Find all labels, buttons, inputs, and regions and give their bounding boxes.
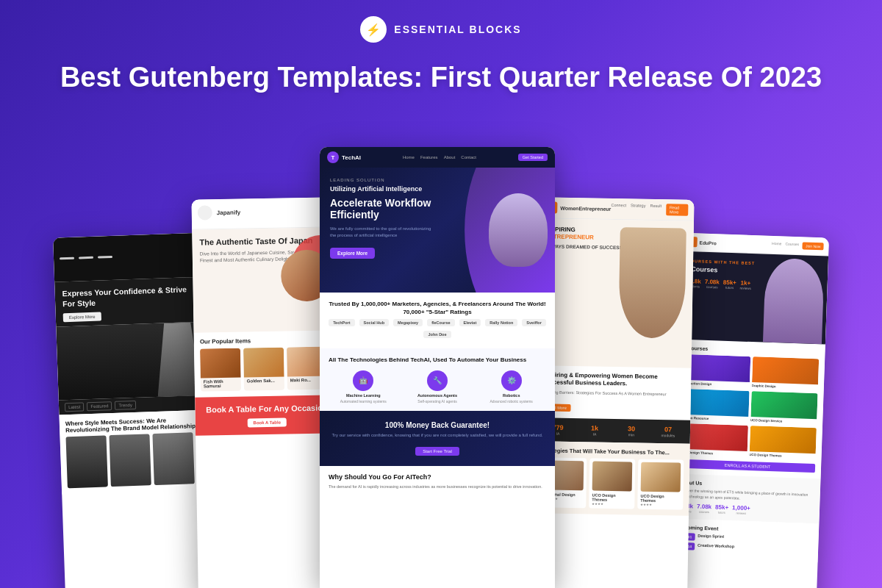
fashion-tab-featured[interactable]: Featured: [87, 401, 112, 411]
ai-tech-title: All The Technologies Behind TechAI, Used…: [329, 356, 546, 364]
japan-booking-section: Book A Table For Any Occasion Book A Tab…: [195, 395, 339, 436]
ai-hero-text: LEADING SOLUTION Utilizing Artificial In…: [330, 178, 437, 259]
ent-stat-label-video: min: [615, 432, 648, 437]
edu-nav-courses[interactable]: Courses: [785, 242, 799, 250]
ai-logo-eleviat: Eleviat: [459, 319, 481, 326]
education-template-card[interactable]: EduPro Home Courses Join Now COURSES WIT…: [670, 233, 829, 588]
fashion-title: Express Your Confidence & Strive For Sty…: [62, 284, 198, 309]
ent-strategy-img-3: [641, 462, 681, 492]
fashion-section-title: Where Style Meets Success: We Are Revolu…: [65, 416, 205, 434]
edu-nav-btn[interactable]: Join Now: [803, 242, 824, 250]
ent-nav-strategy[interactable]: Strategy: [631, 203, 646, 215]
ent-inspiring-title: Inspiring & Empowering Women Become Succ…: [542, 371, 685, 389]
ent-strategy-img-2: [592, 461, 633, 491]
edu-brand-name: EduPro: [700, 240, 717, 245]
edu-nav-home[interactable]: Home: [772, 241, 782, 248]
ai-why-section: Why Should You Go For AITech? The demand…: [320, 466, 555, 497]
japan-items-grid: Fish With Samurai Golden Sak... Maki Ro.…: [200, 346, 332, 391]
ent-nav-btn[interactable]: Read More: [666, 204, 689, 216]
entrepreneur-template-card[interactable]: WomenEntrepreneur Connect Strategy Resul…: [533, 197, 694, 588]
edu-stat-label-tutors: tutors: [723, 285, 736, 290]
ent-strategy-label-3: UCO Design Themes: [640, 493, 680, 503]
edu-course-img-3: [681, 389, 749, 417]
ai-logo-johndoe: John Doe: [423, 331, 451, 338]
ai-robot-visual: [442, 168, 555, 293]
japan-booking-btn[interactable]: Book A Table: [247, 418, 287, 428]
japan-item-label-2: Golden Sak...: [244, 377, 284, 384]
ent-inspiring-sub: Breaking Barriers: Strategies For Succes…: [542, 390, 685, 396]
templates-container: Express Your Confidence & Strive For Sty…: [0, 129, 882, 588]
edu-nav: Home Courses Join Now: [772, 241, 824, 250]
ai-money-title: 100% Money Back Guarantee!: [329, 421, 546, 429]
fashion-tab-trendy[interactable]: Trendy: [115, 401, 136, 410]
ent-hero-section: INSPIRING ENTREPRENEUR ALWAYS DREAMED OF…: [537, 218, 694, 368]
fashion-section: Where Style Meets Success: We Are Revolu…: [59, 410, 212, 495]
edu-course-label-5: UCO Design Themes: [681, 449, 747, 458]
hero-background: ⚡ ESSENTIAL BLOCKS Best Gutenberg Templa…: [0, 0, 882, 588]
edu-course-label-2: Graphic Design: [751, 382, 818, 391]
ai-robotics-desc: Advanced robotic systems: [476, 399, 546, 404]
edu-course-2: Graphic Design: [751, 356, 819, 391]
edu-course-6: UCO Design Themes: [749, 426, 817, 460]
ai-header: T TechAI Home Features About Contact Get…: [320, 147, 555, 168]
main-headline: Best Gutenberg Templates: First Quarter …: [0, 50, 882, 96]
edu-stat-num-reviews: 1k+: [740, 279, 752, 287]
edu-course-img-4: [750, 391, 818, 419]
fashion-hero-image: [56, 322, 209, 401]
edu-about-stats: 70.8k students 7.08k courses 85k+ tutors…: [678, 503, 814, 517]
japan-booking-title: Book A Table For Any Occasion: [202, 402, 331, 415]
ent-nav-connect[interactable]: Connect: [611, 203, 626, 215]
ent-strategy-label-2: UCO Design Themes: [592, 492, 631, 502]
edu-about-num-3: 85k+: [715, 503, 728, 511]
edu-stat-tutors: 85k+ tutors: [723, 279, 737, 290]
ai-nav-about[interactable]: About: [444, 155, 456, 159]
japan-section: Our Popular Items Fish With Samurai Gold…: [194, 330, 339, 397]
ent-hero-photo: [618, 227, 686, 339]
ai-ml-label: Machine Learning: [329, 393, 398, 398]
fashion-cta-btn[interactable]: Explore More: [63, 312, 101, 323]
edu-stat-label-courses: courses: [704, 284, 719, 289]
brand-name: ESSENTIAL BLOCKS: [394, 24, 521, 35]
ent-strategy-section: Strategies That Will Take Your Business …: [534, 441, 690, 516]
japan-header: Japanify: [191, 197, 335, 229]
fashion-template-card[interactable]: Express Your Confidence & Strive For Sty…: [53, 233, 216, 588]
edu-course-img-5: [681, 423, 748, 451]
edu-course-label-4: UCO Design Service: [750, 417, 817, 426]
ai-hero-label: LEADING SOLUTION: [330, 178, 437, 182]
ai-why-title: Why Should You Go For AITech?: [329, 473, 546, 481]
ai-header-btn[interactable]: Get Started: [518, 154, 548, 161]
ai-agents-desc: Self-operating AI agents: [403, 399, 473, 404]
ai-cta-button[interactable]: Explore More: [330, 248, 375, 259]
ai-template-card[interactable]: T TechAI Home Features About Contact Get…: [320, 147, 555, 588]
ent-header: WomenEntrepreneur Connect Strategy Resul…: [539, 197, 694, 221]
ent-stat-followers: 1k IA: [578, 424, 611, 437]
ai-hero-section: LEADING SOLUTION Utilizing Artificial In…: [320, 168, 555, 293]
edu-courses-grid: Interaction Design Graphic Design Human …: [681, 354, 820, 460]
edu-about-stat-4: 1,000+ reviews: [732, 504, 750, 515]
ai-logo: T TechAI: [327, 151, 361, 163]
ent-strategy-sub-2: ★★★★: [592, 501, 631, 506]
ent-nav-result[interactable]: Result: [650, 204, 662, 215]
fashion-photos: [65, 432, 206, 489]
ai-logo-flecourse: fleCourse: [427, 319, 454, 326]
edu-about-stat-3: 85k+ tutors: [715, 503, 729, 514]
ai-ml-icon: 🤖: [353, 370, 373, 391]
ai-nav-home[interactable]: Home: [403, 155, 415, 159]
edu-enroll-btn[interactable]: ENROLL AS A STUDENT: [680, 459, 815, 473]
ai-money-desc: Try our service with confidence, knowing…: [329, 432, 546, 438]
ai-nav-features[interactable]: Features: [420, 155, 438, 159]
ai-robot-face: [489, 193, 548, 267]
ai-tech-item-ml: 🤖 Machine Learning Automated learning sy…: [329, 370, 398, 404]
ai-agents-label: Autonomous Agents: [403, 393, 473, 398]
ai-money-btn[interactable]: Start Free Trial: [415, 447, 459, 456]
ai-nav-contact[interactable]: Contact: [461, 155, 476, 159]
ai-ml-desc: Automated learning systems: [329, 399, 398, 404]
edu-stat-label-reviews: reviews: [740, 286, 751, 290]
brand-bar: ⚡ ESSENTIAL BLOCKS: [0, 0, 882, 50]
japan-section-title: Our Popular Items: [200, 336, 331, 345]
fashion-tab-latest[interactable]: Latest: [65, 403, 85, 412]
ai-why-desc: The demand for AI is rapidly increasing …: [329, 484, 546, 490]
japan-logo-icon: [198, 205, 212, 220]
ent-strategy-title: Strategies That Will Take Your Business …: [541, 447, 684, 456]
ai-logo-megapixey: Megapixey: [393, 319, 423, 326]
